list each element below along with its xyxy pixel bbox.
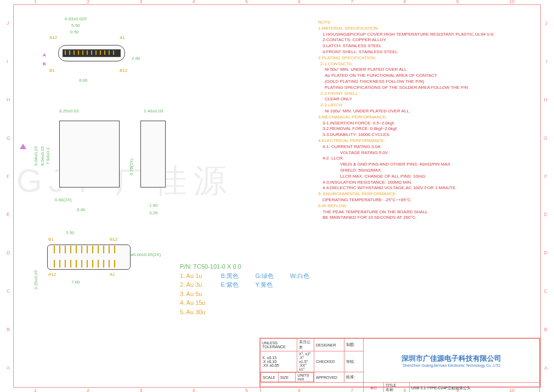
- note-heading: 6.IR REFLOW:: [318, 203, 538, 209]
- note-heading: 5. ENVIRONMENTAL PERFORMANCE:: [318, 191, 538, 197]
- body-left: [59, 121, 120, 188]
- grid-col-label: 7: [351, 0, 353, 4]
- contact-pin: [54, 260, 55, 268]
- note-line: Ni 50u" MIN. UNDER PLATED OVER ALL.: [325, 67, 538, 73]
- note-line: SHIELD: 50mΩ/MAX.: [340, 168, 538, 174]
- note-heading: NOTE:: [318, 20, 538, 26]
- note-line: CLEAR ONLY: [325, 96, 538, 103]
- body-right: [140, 121, 166, 188]
- lbl: DESIGNER: [316, 343, 336, 347]
- contact-pin: [91, 50, 92, 55]
- grid-col-label: 2: [87, 0, 89, 4]
- pin-label: B1: [48, 237, 54, 242]
- dim: 5.50: [66, 230, 75, 235]
- contact-pin: [81, 246, 82, 253]
- color-code: E:紫色: [221, 280, 254, 289]
- grid-col-label: 1: [34, 0, 37, 4]
- au-option: 5. Au 30u: [180, 308, 206, 317]
- tol: X°. ±2°: [299, 352, 311, 356]
- dim: 3.25±0.25: [33, 270, 38, 290]
- contact-pin: [92, 260, 93, 268]
- contact-pin: [109, 260, 110, 268]
- note-line: 3.LATCH: STAINLESS STEEL: [323, 43, 538, 49]
- note-line: 4-3.INSULATION RESISTANCE: 100MΩ MIN.: [323, 180, 538, 186]
- contact-pin: [81, 260, 82, 268]
- dim: 8.25±0.03: [59, 109, 79, 113]
- tol: .XX° ±1°: [299, 363, 307, 371]
- lbl: 核准:: [346, 375, 355, 379]
- pin-label: B12: [110, 237, 117, 242]
- au-option: 3. Au 5u: [180, 289, 206, 299]
- grid-col-label: 6: [298, 388, 301, 392]
- dim: 8.40: [77, 207, 86, 212]
- note-heading: 3.MECHANICAL PERFORMANCE:: [318, 115, 538, 121]
- contact-pin: [114, 246, 115, 253]
- lbl: TITLE: [386, 383, 396, 387]
- contact-pin: [59, 246, 60, 253]
- grid-col-label: 9: [456, 388, 459, 392]
- dim: 7.94±0.1: [46, 147, 50, 164]
- note-line: (GOLD PLATING THICKNESS FOLLOW THE P/N): [325, 79, 538, 85]
- part-number-block: P/N: TC50-101-0 X 0 0 1. Au 1u 2. Au 3u …: [180, 262, 309, 316]
- drawing-sheet: /* generated below via JS */ GJY-广佳源 6.8…: [0, 0, 554, 392]
- color-code: G:绿色: [256, 271, 289, 281]
- lbl: SCALE: [263, 376, 275, 379]
- au-option: 1. Au 1u: [180, 271, 206, 281]
- grid-row-label: H: [544, 97, 548, 103]
- note-line: Ni 100u" MIN. UNDER PLATED OVER ALL.: [325, 109, 538, 115]
- grid-row-label: J: [545, 20, 548, 26]
- note-line: 2.CONTACTS: COPPER ALLOY: [323, 37, 538, 43]
- pin-label: A1: [120, 35, 125, 40]
- note-line: 4-2. LLCR:: [323, 156, 538, 162]
- note-heading: 4.ELECTRICAL PERFORMANCE:: [318, 138, 538, 144]
- contact-pin: [65, 50, 66, 55]
- grid-row-label: A: [7, 365, 10, 371]
- contact-pin: [54, 246, 55, 253]
- grid-row-label: C: [544, 288, 548, 294]
- contact-pin: [74, 50, 75, 55]
- contact-pin: [78, 50, 79, 55]
- au-option: 4. Au 15u: [180, 298, 206, 308]
- grid-col-label: 5: [245, 0, 248, 4]
- contact-pin: [69, 50, 70, 55]
- color-code: Y:黄色: [256, 281, 273, 288]
- dim: 8.04±0.15: [40, 146, 45, 166]
- contact-pin: [100, 50, 101, 55]
- contact-pin: [87, 246, 88, 253]
- contact-pin: [70, 246, 71, 253]
- contact-pin: [98, 246, 99, 253]
- dim: 9.04±0.15: [33, 146, 38, 166]
- lbl: 未注公差: [299, 340, 310, 349]
- grid-row-label: B: [7, 327, 10, 332]
- grid-col-label: 4: [193, 0, 195, 4]
- grid-col-label: 9: [456, 0, 459, 4]
- dim: 3.25: [149, 211, 158, 215]
- dim: 0.75(2X): [129, 158, 134, 175]
- lbl: UNITS: [297, 373, 309, 377]
- contact-pin: [114, 260, 115, 268]
- company-name-cn: 深圳市广佳源电子科技有限公司: [365, 354, 538, 363]
- note-line: 1.HOUSING&PICKUP COVER:HIGH TEMPERATURE …: [323, 32, 538, 38]
- contact-pin: [76, 260, 77, 268]
- note-line: OPERATING TEMPERATURE: -25°C~+85°C.: [323, 197, 538, 203]
- au-option: 2. Au 3u: [180, 280, 206, 289]
- lbl: 名称: [386, 388, 393, 391]
- tol: X. ±0.15: [262, 356, 276, 360]
- contact-pin: [59, 260, 60, 268]
- datum: A: [43, 53, 46, 58]
- grid-row-label: J: [7, 20, 9, 26]
- contact-pin: [70, 260, 71, 268]
- pin-label: B12: [120, 68, 127, 73]
- grid-row-label: C: [7, 288, 10, 294]
- company-name-en: ShenZhen GuangJiaYuan Electronic Technol…: [365, 363, 538, 367]
- pin-label: A12: [48, 272, 56, 277]
- note-sub: 2-1.CONTACTS:: [320, 61, 538, 67]
- note-line: 4-4.DIELECTRIC WITHSTAND VOLTAGE,AC 100V…: [323, 185, 538, 191]
- grid-col-label: 3: [140, 0, 143, 4]
- grid-col-label: 6: [298, 0, 301, 4]
- grid-row-label: B: [544, 327, 547, 332]
- pin-label: A12: [49, 35, 57, 40]
- contact-pin: [87, 260, 88, 268]
- side-view: [53, 115, 173, 208]
- datum: B: [43, 61, 46, 66]
